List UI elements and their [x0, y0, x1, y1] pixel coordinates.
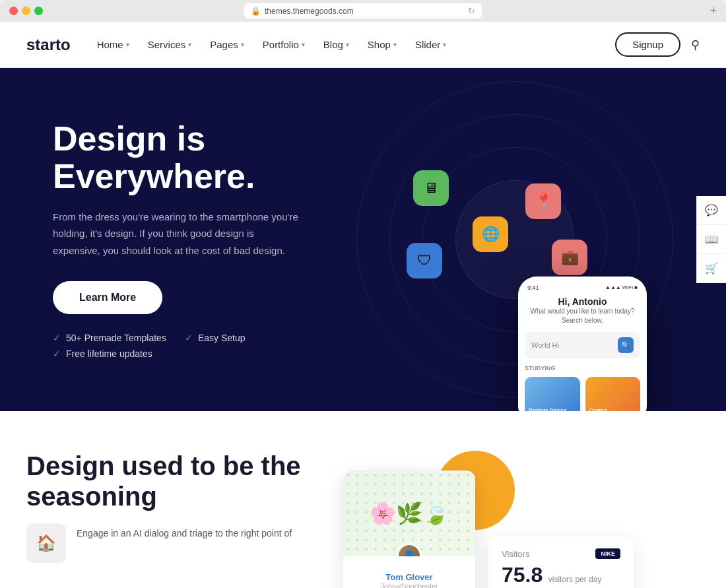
- briefcase-icon: 💼: [561, 249, 579, 266]
- browser-content: starto Home ▾ Services ▾ Pages ▾ Portfol…: [0, 22, 726, 588]
- lower-section: Design used to be the seasoning 🏠 Engage…: [0, 411, 726, 588]
- stats-badge: NIKE: [595, 548, 620, 559]
- phone-greeting-title: Hi, Antonio: [525, 296, 640, 307]
- nav-pages[interactable]: Pages ▾: [210, 39, 244, 50]
- stats-header: Visitors NIKE: [502, 548, 620, 559]
- screen-icon: 🖥: [424, 180, 438, 197]
- check-icon: ✓: [53, 348, 61, 359]
- address-bar[interactable]: 🔒 themes.themegoods.com ↻: [244, 3, 482, 18]
- browser-dots: [9, 7, 43, 15]
- nav-portfolio[interactable]: Portfolio ▾: [263, 39, 305, 50]
- nav-links: Home ▾ Services ▾ Pages ▾ Portfolio ▾ Bl…: [97, 39, 616, 50]
- lower-icon-row: 🏠 Engage in an AI dialog and triage to t…: [26, 523, 304, 563]
- house-icon: 🏠: [36, 534, 56, 552]
- floating-screen-icon: 🖥: [413, 170, 449, 206]
- phone-status-bar: 9:41 ▲▲▲ WiFi ■: [525, 284, 640, 291]
- product-card-image: 🌸🌿🍃 👤: [343, 471, 475, 556]
- learn-more-button[interactable]: Learn More: [53, 281, 162, 314]
- nav-slider[interactable]: Slider ▾: [415, 39, 446, 50]
- feature-easy-setup: ✓ Easy Setup: [185, 333, 246, 343]
- product-person-location: Johnathonchester: [352, 582, 466, 588]
- new-tab-button[interactable]: +: [710, 4, 717, 18]
- product-card-body: Tom Glover Johnathonchester The lightwei…: [343, 556, 475, 588]
- nav-actions: Signup ⚲: [615, 32, 700, 57]
- phone-section-label: STUDYING: [525, 365, 640, 372]
- product-person-name: Tom Glover: [352, 572, 466, 582]
- floating-shield-icon: 🛡: [407, 243, 442, 278]
- phone-greeting-subtitle: What would you like to learn today? Sear…: [525, 307, 640, 325]
- floating-briefcase-icon: 💼: [552, 240, 587, 275]
- shield-icon: 🛡: [417, 252, 432, 269]
- location-icon: 📍: [535, 193, 552, 210]
- phone-search-button[interactable]: 🔍: [618, 337, 634, 353]
- stats-card: Visitors NIKE 75.8 visitors per day ‹ Se…: [488, 537, 634, 588]
- lower-title: Design used to be the seasoning: [26, 451, 304, 511]
- hero-section: 🖥 📍 🌐 🛡 💼 Design is Everywhere. From the…: [0, 68, 726, 411]
- chevron-down-icon: ▾: [188, 41, 191, 48]
- phone-card-label-biology: Biology Basics: [529, 407, 566, 411]
- stats-label: Visitors: [502, 549, 529, 559]
- chevron-down-icon: ▾: [302, 41, 305, 48]
- floating-location-icon: 📍: [525, 183, 561, 219]
- url-text: themes.themegoods.com: [265, 7, 354, 16]
- chevron-down-icon: ▾: [393, 41, 397, 48]
- signup-button[interactable]: Signup: [615, 32, 680, 57]
- sidebar-book-button[interactable]: 📖: [697, 225, 726, 254]
- browser-titlebar: 🔒 themes.themegoods.com ↻ +: [0, 7, 726, 22]
- stats-number-row: 75.8 visitors per day: [502, 563, 620, 587]
- nav-services[interactable]: Services ▾: [148, 39, 192, 50]
- browser-window: 🔒 themes.themegoods.com ↻ + starto Home …: [0, 0, 726, 588]
- right-sidebar: 💬 📖 🛒: [696, 196, 726, 283]
- chevron-down-icon: ▾: [443, 41, 446, 48]
- lower-description: Engage in an AI dialog and triage to the…: [77, 526, 292, 542]
- site-logo[interactable]: starto: [26, 36, 71, 54]
- phone-signal: ▲▲▲ WiFi ■: [605, 284, 638, 291]
- sidebar-cart-button[interactable]: 🛒: [697, 254, 726, 283]
- nav-home[interactable]: Home ▾: [97, 39, 129, 50]
- hero-features-row-1: ✓ 50+ Premade Templates ✓ Easy Setup: [53, 333, 330, 343]
- lock-icon: 🔒: [251, 7, 261, 16]
- nav-blog[interactable]: Blog ▾: [323, 39, 349, 50]
- search-button[interactable]: ⚲: [691, 38, 700, 52]
- lower-icon-box: 🏠: [26, 523, 66, 563]
- refresh-icon[interactable]: ↻: [468, 6, 475, 16]
- lower-left: Design used to be the seasoning 🏠 Engage…: [26, 451, 304, 563]
- lower-right: 🌸🌿🍃 👤 Tom Glover Johnathonchester The li…: [343, 451, 700, 588]
- navbar: starto Home ▾ Services ▾ Pages ▾ Portfol…: [0, 22, 726, 68]
- minimize-dot[interactable]: [22, 7, 30, 15]
- phone-search-text: World Hi: [531, 341, 559, 349]
- hero-content: Design is Everywhere. From the dress you…: [0, 120, 330, 360]
- check-icon: ✓: [53, 333, 61, 343]
- stats-number: 75.8: [502, 563, 543, 587]
- maximize-dot[interactable]: [34, 7, 43, 15]
- globe-icon: 🌐: [482, 226, 500, 243]
- feature-templates: ✓ 50+ Premade Templates: [53, 333, 166, 343]
- chevron-down-icon: ▾: [346, 41, 349, 48]
- sidebar-chat-button[interactable]: 💬: [697, 196, 726, 225]
- product-card: 🌸🌿🍃 👤 Tom Glover Johnathonchester The li…: [343, 471, 475, 588]
- phone-mockup: 9:41 ▲▲▲ WiFi ■ Hi, Antonio What would y…: [518, 277, 647, 411]
- phone-search-bar[interactable]: World Hi 🔍: [525, 332, 640, 358]
- floating-globe-icon: 🌐: [473, 216, 508, 252]
- product-flowers-icon: 🌸🌿🍃: [370, 501, 449, 526]
- feature-lifetime-updates: ✓ Free lifetime updates: [53, 348, 152, 359]
- hero-subtitle: From the dress you're wearing to the sma…: [53, 209, 304, 259]
- phone-card-cosmo[interactable]: Cosmo: [585, 377, 641, 411]
- phone-cards: Biology Basics Cosmo: [525, 377, 640, 411]
- hero-features: ✓ 50+ Premade Templates ✓ Easy Setup ✓ F…: [53, 333, 330, 359]
- check-icon: ✓: [185, 333, 193, 343]
- nav-shop[interactable]: Shop ▾: [368, 39, 397, 50]
- phone-time: 9:41: [527, 284, 539, 291]
- hero-features-row-2: ✓ Free lifetime updates: [53, 348, 330, 359]
- close-dot[interactable]: [9, 7, 18, 15]
- chevron-down-icon: ▾: [241, 41, 244, 48]
- chevron-down-icon: ▾: [126, 41, 129, 48]
- hero-title: Design is Everywhere.: [53, 120, 330, 195]
- phone-card-biology[interactable]: Biology Basics: [525, 377, 580, 411]
- phone-greeting: Hi, Antonio What would you like to learn…: [525, 296, 640, 325]
- phone-card-label-cosmo: Cosmo: [589, 407, 607, 411]
- stats-per-day: visitors per day: [548, 575, 602, 584]
